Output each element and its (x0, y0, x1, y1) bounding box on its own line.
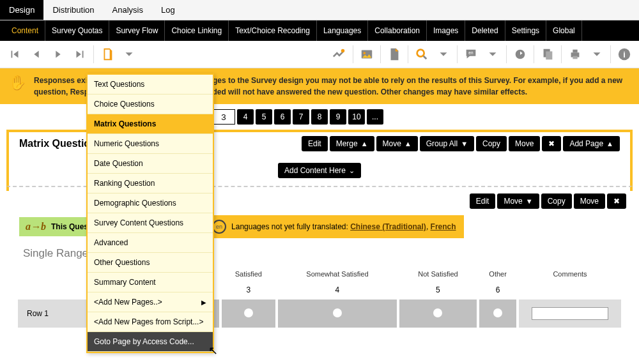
subnav-settings[interactable]: Settings (505, 20, 546, 41)
question-type-dropdown: Text Questions Choice Questions Matrix Q… (86, 73, 214, 353)
languages-badge: en Languages not yet fully translated: C… (204, 215, 464, 238)
move-button[interactable]: Move (509, 136, 540, 151)
pagination: 1 2 4 5 6 7 8 9 10 ... (166, 104, 639, 130)
subnav-collab[interactable]: Collaboration (368, 20, 427, 41)
page-8[interactable]: 8 (311, 109, 328, 125)
radio-icon (433, 308, 442, 317)
subnav-content[interactable]: Content (5, 20, 45, 41)
search-dropdown-icon[interactable] (434, 45, 453, 64)
copy-button[interactable]: Copy (476, 136, 507, 151)
ditem-ranking[interactable]: Ranking Question (88, 174, 213, 193)
group-all-button[interactable]: Group All▼ (420, 136, 474, 151)
page-more[interactable]: ... (367, 109, 383, 125)
page-10[interactable]: 10 (348, 109, 365, 125)
subnav-deleted[interactable]: Deleted (465, 20, 505, 41)
tab-distribution[interactable]: Distribution (43, 0, 103, 20)
arrow-up-icon: ▲ (361, 140, 368, 148)
edit-button[interactable]: Edit (302, 136, 328, 151)
draw-icon[interactable] (330, 45, 349, 64)
ditem-matrix[interactable]: Matrix Questions (88, 114, 213, 134)
tab-log[interactable]: Log (152, 0, 184, 20)
refresh-icon[interactable] (511, 45, 530, 64)
svg-point-3 (417, 50, 424, 57)
col-somewhat: Somewhat Satisfied (278, 268, 396, 280)
lang-text: Languages not yet fully translated: Chin… (231, 222, 456, 231)
image-icon[interactable] (357, 45, 376, 64)
subnav-recoding[interactable]: Text/Choice Recoding (229, 20, 317, 41)
page-9[interactable]: 9 (330, 109, 346, 125)
tab-design[interactable]: Design (0, 0, 43, 20)
delete-button[interactable]: ✖ (542, 136, 561, 151)
chat-dropdown-icon[interactable] (483, 45, 502, 64)
ditem-summary[interactable]: Summary Content (88, 273, 213, 292)
ditem-goto-page[interactable]: Goto Page by Access Code... (88, 332, 213, 352)
subnav-linking[interactable]: Choice Linking (165, 20, 229, 41)
svg-point-0 (341, 49, 345, 53)
q-delete-button[interactable]: ✖ (607, 193, 626, 209)
move-up-button[interactable]: Move▲ (376, 136, 418, 151)
radio-cell[interactable] (479, 300, 516, 328)
col-other: Other (479, 268, 516, 280)
subnav-quotas[interactable]: Survey Quotas (45, 20, 109, 41)
page-add-icon[interactable] (98, 45, 117, 64)
ditem-numeric[interactable]: Numeric Questions (88, 134, 213, 154)
nav-prev-icon[interactable] (27, 45, 46, 64)
ditem-survey-content[interactable]: Survey Content Questions (88, 213, 213, 233)
info-icon[interactable]: i (615, 45, 634, 64)
page-input[interactable] (212, 109, 235, 125)
ditem-date[interactable]: Date Question (88, 154, 213, 174)
radio-icon (244, 308, 253, 317)
page-dropdown-icon[interactable] (119, 45, 139, 64)
radio-cell[interactable] (222, 300, 276, 328)
add-page-button[interactable]: Add Page▲ (563, 136, 620, 151)
ditem-demographic[interactable]: Demographic Questions (88, 193, 213, 213)
lang-link-french[interactable]: French (431, 222, 456, 231)
page-4[interactable]: 4 (237, 109, 254, 125)
search-icon[interactable] (412, 45, 431, 64)
subnav-languages[interactable]: Languages (317, 20, 368, 41)
nav-next-icon[interactable] (49, 45, 68, 64)
lang-link-chinese[interactable]: Chinese (Traditional) (350, 222, 426, 231)
q-edit-button[interactable]: Edit (470, 193, 496, 209)
copy-icon[interactable] (538, 45, 557, 64)
merge-button[interactable]: Merge▲ (330, 136, 374, 151)
print-icon[interactable] (566, 45, 585, 64)
submenu-arrow-icon: ▶ (201, 299, 206, 306)
ditem-add-pages[interactable]: <Add New Pages..>▶ (88, 292, 213, 312)
subnav-global[interactable]: Global (546, 20, 582, 41)
q-move-button[interactable]: Move (574, 193, 605, 209)
radio-cell[interactable] (399, 300, 477, 328)
add-content-button[interactable]: Add Content Here⌄ (278, 163, 361, 178)
tab-analysis[interactable]: Analysis (104, 0, 152, 20)
ab-icon: a→b (26, 221, 46, 232)
arrow-down-icon: ▼ (526, 197, 533, 205)
page-5[interactable]: 5 (256, 109, 272, 125)
col-satisfied: Satisfied (222, 268, 276, 280)
page-7[interactable]: 7 (293, 109, 309, 125)
subnav-images[interactable]: Images (427, 20, 465, 41)
radio-cell[interactable] (278, 300, 396, 328)
sub-nav: Content Survey Quotas Survey Flow Choice… (0, 20, 639, 41)
nav-last-icon[interactable] (70, 45, 89, 64)
ditem-advanced[interactable]: Advanced (88, 233, 213, 253)
q-move-down-button[interactable]: Move▼ (497, 193, 539, 209)
radio-icon (333, 308, 342, 317)
nav-first-icon[interactable] (5, 45, 24, 64)
page-input-field[interactable] (213, 110, 235, 124)
page-actions: Edit Merge▲ Move▲ Group All▼ Copy Move ✖… (302, 136, 620, 151)
print-dropdown-icon[interactable] (587, 45, 606, 64)
ditem-choice[interactable]: Choice Questions (88, 95, 213, 114)
col-not-satisfied: Not Satisfied (399, 268, 477, 280)
chat-icon[interactable]: en (461, 45, 481, 64)
comment-cell (519, 300, 621, 328)
chevron-down-icon: ⌄ (349, 167, 355, 175)
subnav-flow[interactable]: Survey Flow (109, 20, 165, 41)
top-tabs: Design Distribution Analysis Log (0, 0, 639, 20)
q-copy-button[interactable]: Copy (541, 193, 572, 209)
ditem-other[interactable]: Other Questions (88, 253, 213, 273)
page-6[interactable]: 6 (274, 109, 291, 125)
document-icon[interactable] (385, 45, 404, 64)
ditem-text[interactable]: Text Questions (88, 75, 213, 95)
comment-input[interactable] (532, 307, 608, 320)
ditem-add-pages-script[interactable]: <Add New Pages from Script...> (88, 312, 213, 332)
